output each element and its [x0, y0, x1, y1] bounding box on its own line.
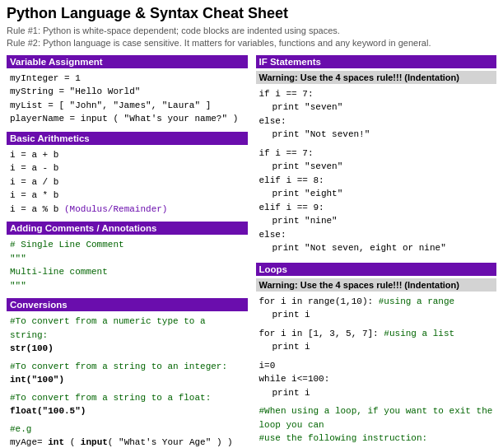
right-column: IF Statements Warning: Use the 4 spaces …: [256, 55, 497, 448]
rule2: Rule #2: Python language is case sensiti…: [7, 37, 496, 49]
section-header-comments: Adding Comments / Annotations: [7, 222, 248, 235]
if-line4: print "Not seven!": [259, 128, 494, 142]
if-line2: print "seven": [259, 100, 494, 114]
loop-line1: for i in range(1,10): #using a range: [259, 295, 494, 309]
loop3-line2: while i<=100:: [259, 372, 494, 386]
if-warning: Warning: Use the 4 spaces rule!!! (Inden…: [256, 71, 497, 84]
variable-assignment-code: myInteger = 1 myString = "Hello World" m…: [7, 71, 248, 127]
section-header-conversions: Conversions: [7, 298, 248, 311]
two-col-layout: Variable Assignment myInteger = 1 myStri…: [7, 55, 496, 448]
loop2-line1: for i in [1, 3, 5, 7]: #using a list: [259, 327, 494, 341]
conv-comment2: #To convert from a string to an integer:: [10, 360, 245, 374]
loop2-line2: print i: [259, 340, 494, 354]
loops-code: for i in range(1,10): #using a range pri…: [256, 294, 497, 448]
ba-line4: i = a * b: [10, 189, 245, 203]
loop-comment2: #use the following instruction:: [259, 432, 494, 446]
left-column: Variable Assignment myInteger = 1 myStri…: [7, 55, 248, 448]
conv-code3: float("100.5"): [10, 404, 245, 418]
comment-line2: """: [10, 252, 245, 266]
va-line1: myInteger = 1: [10, 72, 245, 86]
if2-line6: print "nine": [259, 214, 494, 228]
basic-arithmetics-code: i = a + b i = a - b i = a / b i = a * b …: [7, 147, 248, 217]
conv-code2: int("100"): [10, 373, 245, 387]
conv-code4: myAge= int ( input( "What's Your Age" ) …: [10, 436, 245, 448]
page: Python Language & Syntax Cheat Sheet Rul…: [0, 0, 503, 448]
loop3-line1: i=0: [259, 359, 494, 373]
if-code: if i == 7: print "seven" else: print "No…: [256, 86, 497, 256]
comments-code: # Single Line Comment """ Multi-line com…: [7, 237, 248, 293]
ba-line1: i = a + b: [10, 148, 245, 162]
loop-line2: print i: [259, 308, 494, 322]
loop-comment1: #When using a loop, if you want to exit …: [259, 404, 494, 432]
conversions-code: #To convert from a numeric type to a str…: [7, 314, 248, 448]
comment-line4: """: [10, 279, 245, 293]
if-line1: if i == 7:: [259, 87, 494, 101]
loops-warning: Warning: Use the 4 spaces rule!!! (Inden…: [256, 278, 497, 292]
section-header-if: IF Statements: [256, 55, 497, 68]
comment-line3: Multi-line comment: [10, 265, 245, 279]
if2-line2: print "seven": [259, 160, 494, 174]
ba-line2: i = a - b: [10, 161, 245, 175]
if-line3: else:: [259, 114, 494, 128]
section-header-variable-assignment: Variable Assignment: [7, 55, 248, 68]
if2-line1: if i == 7:: [259, 147, 494, 161]
comment-line1: # Single Line Comment: [10, 238, 245, 252]
va-line3: myList = [ "John", "James", "Laura" ]: [10, 99, 245, 113]
ba-line5: i = a % b (Modulus/Remainder): [10, 203, 245, 217]
if2-line7: else:: [259, 228, 494, 242]
conv-comment4: #e.g: [10, 422, 245, 436]
va-line2: myString = "Hello World": [10, 85, 245, 99]
rule1: Rule #1: Python is white-space dependent…: [7, 25, 496, 37]
if2-line4: print "eight": [259, 187, 494, 201]
main-title: Python Language & Syntax Cheat Sheet: [7, 5, 496, 22]
section-header-loops: Loops: [256, 263, 497, 276]
conv-code1: str(100): [10, 342, 245, 356]
if2-line8: print "Not seven, eight or nine": [259, 241, 494, 255]
if2-line5: elif i == 9:: [259, 201, 494, 215]
conv-comment1: #To convert from a numeric type to a str…: [10, 315, 245, 342]
loop3-line3: print i: [259, 386, 494, 400]
va-line4: playerName = input ( "What's your name?"…: [10, 112, 245, 126]
conv-comment3: #To convert from a string to a float:: [10, 391, 245, 405]
section-header-basic-arithmetics: Basic Arithmetics: [7, 132, 248, 145]
if2-line3: elif i == 8:: [259, 174, 494, 188]
ba-line3: i = a / b: [10, 175, 245, 189]
